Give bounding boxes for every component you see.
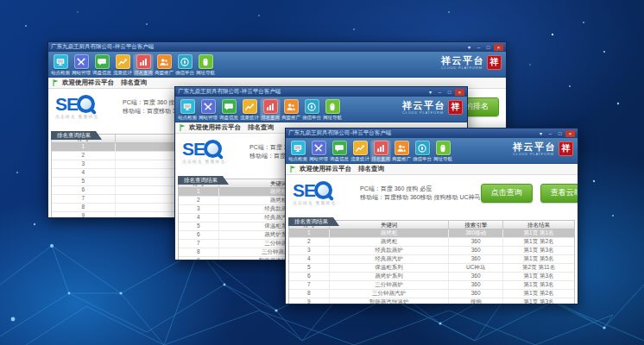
toolbar-item-7[interactable]: 微信平台 [301,97,322,121]
toolbar-item-1[interactable]: 站点检测 [287,139,308,162]
engine-list: PC端：百度 360 搜狗 必应 移动端：百度移动 360移动 搜狗移动 UC神… [360,185,481,202]
mouse-icon [436,141,451,155]
table-row[interactable]: 5保温柜系列UC神马第2页 第11名 [289,264,574,273]
seo-logo: SE 点击排名 查看排名 [55,95,116,119]
app-window-front[interactable]: 广东九鼎王厨具有限公司-祥云平台客户端 ▾ – □ × 站点检测网站管理询盘信息… [285,128,578,304]
toolbar-item-label: 微信平台 [413,155,432,161]
brand-badge: 祥 [487,55,502,70]
table-body: 1蒸烤柜360移动第1页 第1名2蒸烤柜360第1页 第2名3经典款蒸炉360第… [289,229,574,304]
welcome-text: 欢迎使用祥云平台 [62,78,114,87]
close-button[interactable]: × [565,130,575,137]
column-header-keyword: 关键词 [330,221,449,229]
window-title: 广东九鼎王厨具有限公司-祥云平台客户端 [178,88,426,96]
close-button[interactable]: × [455,89,464,96]
toolbar-item-label: 询盘信息 [92,69,111,75]
skin-button[interactable]: ▾ [465,44,473,51]
toolbar-item-4[interactable]: 流量统计 [239,97,260,121]
results-tab[interactable]: 排名查询结果 [178,176,229,185]
toolbar-item-1[interactable]: 站点检测 [50,53,71,76]
toolbar-item-5[interactable]: 排名查询 [370,139,391,162]
table-row[interactable]: 8三分钟蒸汽炉360第1页 第2名 [289,290,574,298]
toolbar-item-2[interactable]: 网站管理 [198,97,218,121]
bar-chart-icon [374,141,388,155]
minimize-button[interactable]: – [436,89,444,96]
minimize-button[interactable]: – [546,130,554,137]
maximize-button[interactable]: □ [556,130,564,137]
query-header: SE 点击排名 查看排名 PC端：百度 360 搜狗 必应 移动端：百度移动 3… [286,175,578,211]
brand-subtitle: CLOUD PLATFORM [441,66,484,70]
query-button[interactable]: 点击查询 [481,184,533,203]
bar-chart-icon [136,54,151,69]
toolbar-item-7[interactable]: 微信平台 [412,139,432,162]
maximize-button[interactable]: □ [445,89,453,96]
results-tab[interactable]: 排名查询结果 [51,131,102,140]
engines-mobile-line: 移动端：百度移动 360移动 搜狗移动 UC神马 [360,193,481,202]
toolbar-item-label: 商盟推广 [155,69,174,75]
toolbar-item-label: 微信平台 [175,69,194,75]
tools-icon [201,99,216,114]
line-chart-icon [116,54,130,69]
table-row[interactable]: 7三分钟蒸炉360第1页 第3名 [289,281,574,290]
toolbar-item-5[interactable]: 排名查询 [133,53,154,76]
table-row[interactable]: 9智能蒸汽恒温炉搜狗第1页 第3名 [289,298,574,304]
welcome-text: 欢迎使用祥云平台 [300,165,351,173]
toolbar-item-label: 排名查询 [261,114,280,120]
monitor-icon [291,141,306,155]
toolbar-item-3[interactable]: 询盘信息 [92,53,112,76]
toolbar-item-8[interactable]: 网址导航 [195,53,216,76]
toolbar-item-label: 流量统计 [113,69,132,75]
results-tab[interactable]: 排名查询结果 [288,217,339,226]
minimize-button[interactable]: – [475,44,483,51]
toolbar-item-4[interactable]: 流量统计 [350,139,370,162]
toolbar-item-8[interactable]: 网址导航 [322,97,343,121]
brand-name: 祥云平台 [402,101,445,110]
skin-button[interactable]: ▾ [537,130,545,137]
compass-icon [415,141,430,155]
seo-wordmark: SE [182,140,205,158]
toolbar-item-2[interactable]: 网站管理 [308,139,329,162]
table-row[interactable]: 6蒸烤炉系列360第1页 第3名 [289,273,574,281]
toolbar-item-3[interactable]: 询盘信息 [218,97,239,121]
seo-wordmark: SE [55,95,78,113]
title-bar[interactable]: 广东九鼎王厨具有限公司-祥云平台客户端 ▾ – □ × [48,42,506,52]
table-row[interactable]: 3经典款蒸炉360第1页 第3名 [289,247,574,255]
table-row[interactable]: 1蒸烤柜360移动第1页 第1名 [289,229,574,238]
toolbar-item-4[interactable]: 流量统计 [112,53,133,76]
toolbar-item-5[interactable]: 排名查询 [260,97,281,121]
toolbar-item-6[interactable]: 商盟推广 [154,53,174,76]
bar-chart-icon [263,99,278,114]
skin-button[interactable]: ▾ [426,89,434,96]
table-row[interactable]: 4经典蒸汽炉360第1页 第5名 [289,255,574,264]
table-row[interactable]: 2蒸烤柜360第1页 第2名 [289,238,574,247]
toolbar-item-3[interactable]: 询盘信息 [329,139,350,162]
brand-badge: 祥 [448,100,463,115]
brand-name: 祥云平台 [441,56,484,66]
title-bar[interactable]: 广东九鼎王厨具有限公司-祥云平台客户端 ▾ – □ × [175,87,467,97]
close-button[interactable]: × [494,44,503,51]
toolbar-item-8[interactable]: 网址导航 [432,139,453,162]
magnifier-icon [204,140,222,158]
notice-bar: 欢迎使用祥云平台 排名查询 [286,164,578,175]
line-chart-icon [243,99,257,114]
toolbar-item-1[interactable]: 站点检测 [177,97,198,121]
view-cloud-rank-button[interactable]: 查看云端的排名 [540,184,578,203]
toolbar-item-7[interactable]: 微信平台 [174,53,195,76]
toolbar-item-label: 流量统计 [350,155,369,161]
column-header-engine: 搜索引擎 [449,221,503,229]
page-title: 排名查询 [248,123,274,132]
toolbar-item-6[interactable]: 商盟推广 [391,139,412,162]
window-title: 广东九鼎王厨具有限公司-祥云平台客户端 [51,43,465,51]
compass-icon [178,54,193,69]
toolbar-item-6[interactable]: 商盟推广 [281,97,301,121]
chat-bubble-icon [95,54,110,69]
maximize-button[interactable]: □ [484,44,492,51]
brand-subtitle: CLOUD PLATFORM [402,110,445,115]
toolbar-item-2[interactable]: 网站管理 [71,53,92,76]
seo-wordmark: SE [293,181,315,199]
toolbar-item-label: 网址导航 [196,69,215,75]
title-bar[interactable]: 广东九鼎王厨具有限公司-祥云平台客户端 ▾ – □ × [286,129,578,138]
seo-logo: SE 点击排名 查看排名 [293,181,353,205]
toolbar-item-label: 网址导航 [433,155,452,161]
toolbar-item-label: 网站管理 [199,114,218,120]
results-table: 序号 关键词 搜索引擎 排名结果 1蒸烤柜360移动第1页 第1名2蒸烤柜360… [288,220,575,304]
